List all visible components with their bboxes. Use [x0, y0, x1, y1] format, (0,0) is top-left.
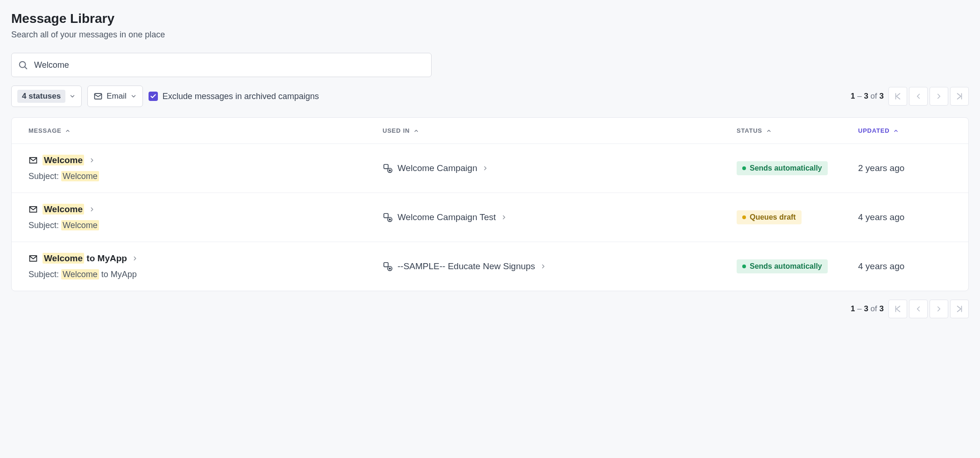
sort-asc-icon — [766, 128, 772, 134]
used-in-label: Welcome Campaign Test — [398, 212, 496, 222]
status-badge: Sends automatically — [737, 161, 828, 175]
chevron-right-icon — [482, 165, 489, 172]
table-row: Welcome Subject: Welcome Welcome Campaig… — [12, 193, 968, 242]
message-title-link[interactable]: Welcome — [28, 155, 95, 165]
first-page-button[interactable] — [888, 300, 907, 318]
used-in-label: Welcome Campaign — [398, 163, 477, 173]
exclude-archived-checkbox-row[interactable]: Exclude messages in archived campaigns — [149, 92, 319, 101]
next-page-button[interactable] — [930, 87, 948, 106]
message-subject: Subject: Welcome — [28, 172, 383, 181]
envelope-icon — [28, 156, 38, 165]
updated-time: 4 years ago — [858, 261, 952, 272]
table-row: Welcome to MyApp Subject: Welcome to MyA… — [12, 242, 968, 291]
message-subject: Subject: Welcome to MyApp — [28, 270, 383, 279]
svg-rect-11 — [384, 263, 388, 267]
status-filter-label: 4 statuses — [17, 90, 65, 103]
channel-filter-label: Email — [107, 92, 127, 101]
prev-page-button[interactable] — [909, 87, 928, 106]
messages-table: MESSAGE USED IN STATUS UPDATED — [11, 117, 969, 291]
chevron-down-icon — [130, 93, 137, 100]
updated-time: 2 years ago — [858, 163, 952, 173]
campaign-icon — [383, 212, 393, 222]
last-page-button[interactable] — [950, 87, 969, 106]
envelope-icon — [93, 92, 103, 101]
envelope-icon — [28, 254, 38, 263]
used-in-link[interactable]: Welcome Campaign Test — [383, 212, 737, 222]
column-header-updated[interactable]: UPDATED — [858, 127, 899, 134]
status-text: Sends automatically — [750, 164, 822, 172]
chevron-right-icon — [132, 255, 138, 262]
message-title: Welcome — [43, 155, 84, 165]
pager-bottom: 1 – 3 of 3 — [851, 300, 969, 318]
search-container — [11, 53, 432, 77]
campaign-icon — [383, 163, 393, 173]
status-filter-button[interactable]: 4 statuses — [11, 86, 82, 107]
pager-top: 1 – 3 of 3 — [851, 87, 969, 106]
chevron-right-icon — [501, 214, 507, 221]
chevron-right-icon — [89, 157, 95, 164]
chevron-right-icon — [540, 263, 547, 270]
svg-rect-8 — [384, 214, 388, 218]
message-subject: Subject: Welcome — [28, 221, 383, 230]
svg-rect-5 — [384, 165, 388, 169]
first-page-button[interactable] — [888, 87, 907, 106]
used-in-link[interactable]: --SAMPLE-- Educate New Signups — [383, 261, 737, 272]
envelope-icon — [28, 205, 38, 214]
chevron-down-icon — [69, 93, 76, 100]
message-title-link[interactable]: Welcome to MyApp — [28, 253, 138, 264]
sort-asc-icon — [413, 128, 419, 134]
table-row: Welcome Subject: Welcome Welcome Campaig… — [12, 144, 968, 193]
next-page-button[interactable] — [930, 300, 948, 318]
page-title: Message Library — [11, 11, 969, 26]
column-header-status[interactable]: STATUS — [737, 127, 858, 134]
message-title-link[interactable]: Welcome — [28, 204, 95, 215]
svg-point-10 — [389, 219, 391, 220]
exclude-archived-label: Exclude messages in archived campaigns — [163, 92, 319, 101]
status-badge: Queues draft — [737, 210, 802, 224]
chevron-right-icon — [89, 206, 95, 213]
svg-point-7 — [389, 170, 391, 171]
message-title: Welcome — [43, 204, 84, 215]
status-dot-icon — [742, 265, 746, 268]
status-badge: Sends automatically — [737, 259, 828, 273]
used-in-label: --SAMPLE-- Educate New Signups — [398, 261, 535, 272]
used-in-link[interactable]: Welcome Campaign — [383, 163, 737, 173]
last-page-button[interactable] — [950, 300, 969, 318]
channel-filter-button[interactable]: Email — [87, 86, 143, 107]
column-header-used-in[interactable]: USED IN — [383, 127, 737, 134]
search-input[interactable] — [11, 53, 432, 77]
updated-time: 4 years ago — [858, 212, 952, 222]
status-text: Sends automatically — [750, 262, 822, 271]
svg-point-13 — [389, 268, 391, 269]
status-text: Queues draft — [750, 213, 796, 222]
sort-asc-icon — [893, 128, 899, 134]
checkbox-icon — [149, 92, 158, 101]
table-header: MESSAGE USED IN STATUS UPDATED — [12, 118, 968, 144]
sort-asc-icon — [65, 128, 71, 134]
message-title: Welcome to MyApp — [43, 253, 127, 264]
page-range: 1 – 3 of 3 — [851, 304, 884, 314]
toolbar: 4 statuses Email Exclude messages in arc… — [11, 86, 969, 107]
search-icon — [18, 60, 28, 70]
status-dot-icon — [742, 215, 746, 219]
svg-line-1 — [25, 67, 27, 69]
campaign-icon — [383, 261, 393, 272]
prev-page-button[interactable] — [909, 300, 928, 318]
column-header-message[interactable]: MESSAGE — [28, 127, 383, 134]
page-range: 1 – 3 of 3 — [851, 92, 884, 101]
page-subtitle: Search all of your messages in one place — [11, 30, 969, 40]
status-dot-icon — [742, 166, 746, 170]
